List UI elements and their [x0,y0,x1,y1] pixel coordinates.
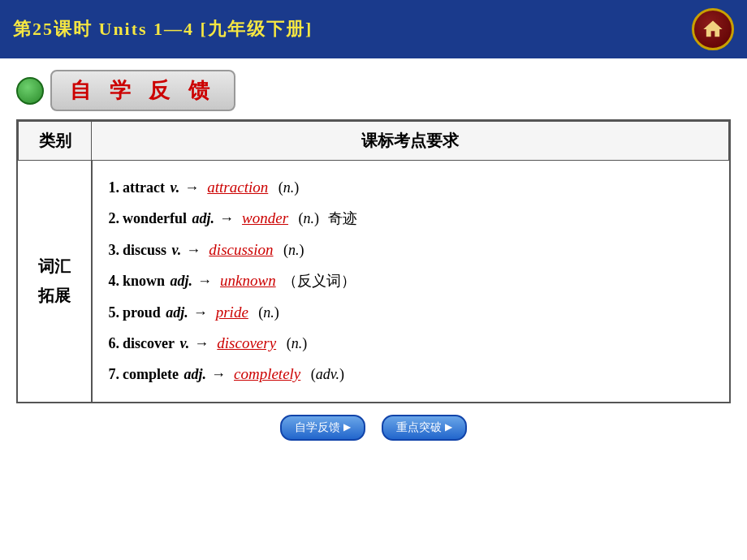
item-pos: adj. [166,269,192,293]
item-answer: completely [234,362,300,386]
list-item: 4. known adj. → unknown （反义词） [109,269,713,293]
nav-btn-arrow1: ▶ [343,421,351,433]
table-row-main: 词汇拓展 1. attract v. → attraction (n.) 2. [19,161,729,402]
list-item: 3. discuss v. → discussion (n.) [109,238,713,262]
item-num: 4. [109,269,120,293]
nav-btn-zixue-label: 自学反馈 [295,420,340,435]
item-num: 1. [109,176,120,200]
item-word: wonderful [123,207,187,230]
item-word: complete [123,363,179,386]
item-arrow: → [186,239,201,262]
item-pos: adj. [162,301,188,325]
content-cell: 1. attract v. → attraction (n.) 2. wonde… [92,161,729,402]
item-note: (n.) [274,176,299,200]
item-answer: pride [216,300,248,325]
home-button[interactable] [692,8,734,50]
header-title: 第25课时 Units 1—4 [九年级下册] [13,17,313,41]
list-item: 6. discover v. → discovery (n.) [109,331,713,355]
item-note: (n.) [280,239,304,262]
item-word: known [123,269,165,293]
item-answer: attraction [207,175,268,200]
nav-btn-zixue[interactable]: 自学反馈 ▶ [280,415,365,441]
vocab-table: 类别 课标考点要求 词汇拓展 1. attract v. → attractio… [18,121,729,402]
item-answer: discovery [217,331,276,355]
item-word: proud [123,301,161,325]
item-arrow: → [194,332,209,355]
item-answer: discussion [209,238,273,262]
item-pos: v. [168,239,181,262]
item-num: 5. [109,301,120,325]
list-item: 7. complete adj. → completely (adv.) [109,362,713,386]
nav-btn-zhongdian-label: 重点突破 [396,420,442,435]
nav-btn-arrow2: ▶ [445,421,452,433]
item-num: 7. [109,363,120,386]
item-pos: adj. [180,363,206,386]
item-arrow: → [184,176,199,200]
item-pos: v. [166,176,179,200]
item-note: (n.) [283,332,307,355]
section-label: 自 学 反 馈 [50,70,235,111]
col-header-category: 类别 [19,122,92,161]
nav-btn-zhongdian[interactable]: 重点突破 ▶ [382,415,467,441]
item-note: (n.) [255,301,279,325]
item-num: 3. [109,239,120,262]
item-answer: unknown [220,269,276,293]
item-arrow: → [211,363,226,386]
item-note: (adv.) [307,363,344,386]
section-bar: 自 学 反 馈 [16,70,731,111]
bottom-nav: 自学反馈 ▶ 重点突破 ▶ [0,415,747,441]
main-table-wrapper: 类别 课标考点要求 词汇拓展 1. attract v. → attractio… [16,119,731,403]
header: 第25课时 Units 1—4 [九年级下册] [0,0,747,58]
category-cell: 词汇拓展 [19,161,92,402]
item-pos: adj. [188,207,214,230]
item-note: （反义词） [283,269,356,293]
item-word: discuss [123,239,166,262]
item-note: (n.) [295,207,319,230]
list-item: 2. wonderful adj. → wonder (n.) 奇迹 [109,206,713,230]
item-num: 2. [109,207,120,230]
col-header-content: 课标考点要求 [92,122,729,161]
item-pos: v. [176,332,189,355]
section-circle-icon [16,77,44,105]
item-arrow: → [197,269,212,293]
item-arrow: → [219,207,234,230]
list-item: 5. proud adj. → pride (n.) [109,300,713,325]
item-num: 6. [109,332,120,355]
item-word: attract [123,176,165,200]
home-icon [702,18,724,41]
list-item: 1. attract v. → attraction (n.) [109,175,713,200]
item-chinese: 奇迹 [324,207,357,230]
item-word: discover [123,332,175,355]
item-answer: wonder [242,206,288,230]
item-arrow: → [193,301,208,325]
